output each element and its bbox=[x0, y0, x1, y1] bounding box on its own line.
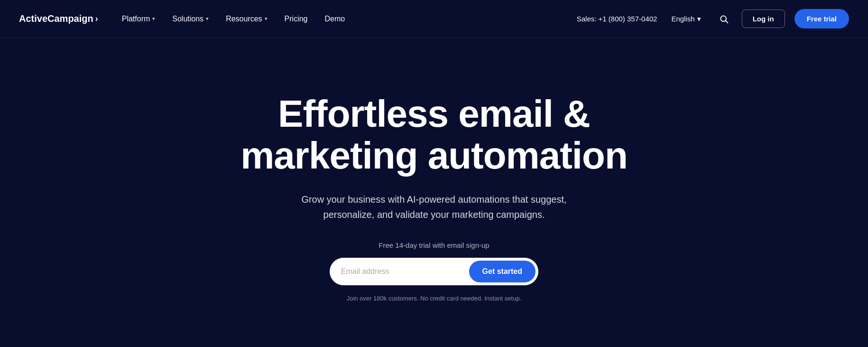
svg-line-1 bbox=[725, 20, 728, 23]
language-selector[interactable]: English ▾ bbox=[666, 11, 705, 27]
nav-label-solutions: Solutions bbox=[172, 15, 203, 23]
login-button[interactable]: Log in bbox=[742, 9, 785, 28]
nav-label-resources: Resources bbox=[226, 15, 262, 23]
chevron-down-icon-solutions: ▾ bbox=[206, 16, 209, 22]
search-button[interactable] bbox=[715, 10, 732, 28]
sales-phone: Sales: +1 (800) 357-0402 bbox=[577, 15, 657, 23]
nav-item-platform[interactable]: Platform ▾ bbox=[115, 11, 162, 27]
navbar-right: Sales: +1 (800) 357-0402 English ▾ Log i… bbox=[577, 9, 849, 28]
hero-section: Effortless email & marketing automation … bbox=[0, 38, 868, 347]
nav-label-platform: Platform bbox=[122, 15, 150, 23]
nav-label-demo: Demo bbox=[325, 15, 345, 23]
trial-label: Free 14-day trial with email sign-up bbox=[379, 241, 489, 249]
email-input[interactable] bbox=[341, 263, 469, 280]
nav-item-demo[interactable]: Demo bbox=[318, 11, 352, 27]
language-label: English bbox=[671, 15, 694, 23]
get-started-button[interactable]: Get started bbox=[469, 261, 536, 282]
navbar-left: ActiveCampaign › Platform ▾ Solutions ▾ … bbox=[19, 11, 351, 27]
logo-text: ActiveCampaign bbox=[19, 13, 93, 24]
chevron-down-icon-resources: ▾ bbox=[265, 16, 268, 22]
logo-arrow: › bbox=[95, 14, 98, 24]
free-trial-button[interactable]: Free trial bbox=[794, 9, 849, 28]
nav-label-pricing: Pricing bbox=[285, 15, 308, 23]
search-icon bbox=[719, 14, 729, 24]
nav-links: Platform ▾ Solutions ▾ Resources ▾ Prici… bbox=[115, 11, 351, 27]
chevron-down-icon-lang: ▾ bbox=[697, 15, 701, 23]
nav-item-solutions[interactable]: Solutions ▾ bbox=[166, 11, 215, 27]
email-form: Get started bbox=[330, 258, 538, 285]
chevron-down-icon-platform: ▾ bbox=[152, 16, 155, 22]
navbar: ActiveCampaign › Platform ▾ Solutions ▾ … bbox=[0, 0, 868, 38]
nav-item-pricing[interactable]: Pricing bbox=[278, 11, 314, 27]
hero-title: Effortless email & marketing automation bbox=[221, 93, 647, 177]
logo[interactable]: ActiveCampaign › bbox=[19, 13, 98, 24]
hero-footnote: Join over 180k customers. No credit card… bbox=[347, 295, 522, 302]
nav-item-resources[interactable]: Resources ▾ bbox=[219, 11, 274, 27]
hero-subtitle: Grow your business with AI-powered autom… bbox=[292, 192, 576, 222]
